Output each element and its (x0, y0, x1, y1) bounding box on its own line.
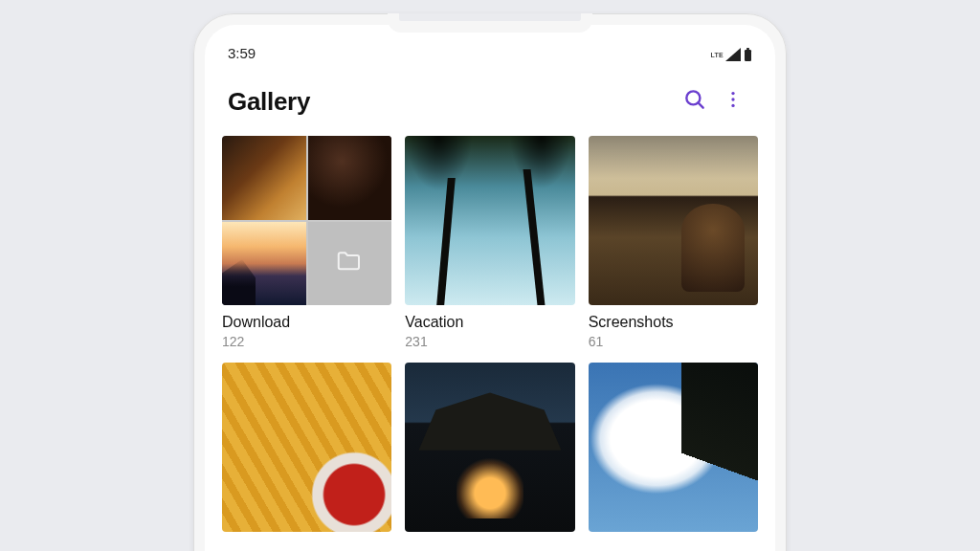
more-vertical-icon (723, 89, 744, 114)
svg-point-6 (731, 104, 734, 107)
album-screenshots[interactable]: Screenshots 61 (589, 136, 758, 349)
svg-line-3 (698, 102, 702, 107)
svg-rect-1 (746, 48, 749, 50)
album-thumbnail (589, 363, 758, 532)
phone-notch (388, 13, 592, 33)
more-options-button[interactable] (714, 82, 752, 121)
app-header: Gallery (205, 63, 775, 136)
album-item[interactable] (589, 363, 758, 532)
network-type-label: LTE (710, 52, 724, 58)
svg-point-5 (731, 98, 734, 100)
thumb-folder-more (308, 222, 392, 306)
album-count: 122 (222, 334, 391, 349)
album-name: Vacation (405, 313, 574, 331)
album-item[interactable] (405, 363, 574, 532)
folder-icon (335, 247, 364, 279)
album-item[interactable] (222, 363, 391, 532)
thumb-image (222, 136, 306, 220)
album-thumbnail (405, 136, 574, 305)
phone-frame: 3:59 LTE Gallery (193, 13, 787, 551)
battery-icon (744, 48, 752, 61)
thumb-image (222, 222, 306, 306)
signal-icon (725, 48, 741, 61)
album-thumbnail (222, 363, 391, 532)
album-vacation[interactable]: Vacation 231 (405, 136, 574, 349)
album-thumbnail (405, 363, 574, 532)
album-count: 61 (589, 334, 758, 349)
album-download[interactable]: Download 122 (222, 136, 391, 349)
album-grid: Download 122 Vacation 231 Screenshots 61 (205, 136, 775, 532)
album-name: Screenshots (589, 313, 758, 331)
album-name: Download (222, 313, 391, 331)
status-time: 3:59 (228, 45, 256, 61)
thumb-image (308, 136, 392, 220)
screen: 3:59 LTE Gallery (205, 25, 775, 551)
search-button[interactable] (676, 82, 714, 121)
status-indicators: LTE (710, 48, 752, 61)
svg-rect-0 (745, 50, 751, 61)
album-thumbnail (589, 136, 758, 305)
search-icon (682, 87, 707, 116)
album-thumbnail (222, 136, 391, 305)
album-count: 231 (405, 334, 574, 349)
page-title: Gallery (228, 87, 676, 117)
svg-point-4 (731, 92, 734, 95)
